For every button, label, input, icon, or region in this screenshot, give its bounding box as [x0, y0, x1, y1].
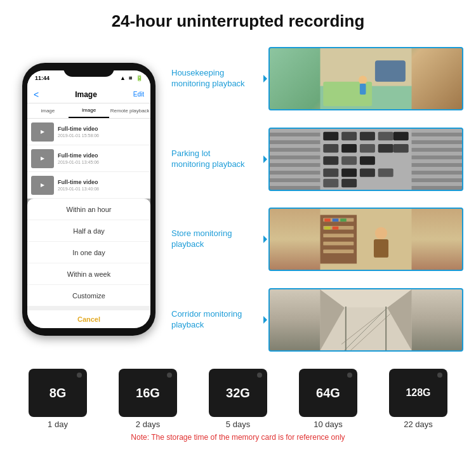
video-item-3[interactable]: Full-time video 2019-01-01 13:40:08 [27, 172, 150, 199]
sd-card-size-4: 64G [316, 386, 340, 400]
dropdown-item-4[interactable]: Within a week [27, 263, 150, 285]
storage-note: Note: The storage time of the memory car… [13, 433, 463, 442]
video-thumb-1 [31, 122, 54, 142]
monitor-row-4: Corridor monitoringplayback [171, 285, 463, 355]
dropdown-cancel[interactable]: Cancel [27, 307, 150, 328]
monitor-text-3: Store monitoringplayback [171, 228, 263, 250]
dropdown-menu: Within an hour Half a day In one day Wit… [27, 199, 150, 328]
svg-point-4 [359, 76, 367, 84]
svg-rect-30 [323, 234, 354, 238]
sd-cards-row: 8G 1 day 16G 2 days 32G 5 days 64G 10 da… [13, 369, 463, 429]
video-info-3: Full-time video 2019-01-01 13:40:08 [58, 179, 147, 191]
svg-rect-38 [324, 227, 331, 230]
tab-image-2[interactable]: Image [69, 103, 110, 118]
sd-card-item-1: 8G 1 day [29, 369, 87, 429]
monitor-text-1: Housekeepingmonitoring playback [171, 68, 263, 89]
sd-card-size-2: 16G [136, 386, 160, 400]
svg-rect-5 [360, 84, 366, 95]
sd-card-item-3: 32G 5 days [209, 369, 267, 429]
svg-rect-21 [341, 168, 357, 176]
status-icons: ▲ ◾ 🔋 [120, 75, 143, 81]
svg-rect-23 [378, 168, 393, 176]
video-thumb-2 [31, 149, 54, 168]
sd-card-size-3: 32G [226, 386, 250, 400]
main-content: 11:44 ▲ ◾ 🔋 < Image Edit image Image [0, 37, 476, 361]
monitor-text-4: Corridor monitoringplayback [171, 309, 263, 331]
monitor-row-1: Housekeepingmonitoring playback [171, 44, 463, 114]
monitor-row-2: Parking lotmonitoring playback [171, 124, 463, 194]
svg-rect-37 [340, 219, 347, 222]
svg-point-33 [375, 227, 387, 239]
phone-section: 11:44 ▲ ◾ 🔋 < Image Edit image Image [13, 37, 165, 361]
svg-rect-18 [341, 156, 357, 164]
monitor-label-1: Housekeepingmonitoring playback [171, 68, 263, 89]
monitor-image-4 [268, 288, 463, 352]
svg-rect-27 [321, 215, 357, 264]
monitor-image-1 [268, 47, 463, 110]
sd-card-size-1: 8G [50, 386, 67, 400]
video-thumb-3 [31, 176, 54, 195]
phone-notch [63, 63, 114, 77]
nav-edit-button[interactable]: Edit [133, 91, 144, 98]
phone-screen: 11:44 ▲ ◾ 🔋 < Image Edit image Image [27, 70, 150, 328]
nav-title: Image [75, 90, 97, 99]
sd-card-item-4: 64G 10 days [299, 369, 357, 429]
store-svg [270, 209, 462, 270]
svg-rect-12 [323, 144, 338, 152]
svg-rect-8 [341, 131, 357, 140]
status-time: 11:44 [35, 75, 50, 81]
video-title-3: Full-time video [58, 179, 147, 185]
tab-image-1[interactable]: image [27, 103, 69, 118]
sd-days-4: 10 days [314, 420, 343, 429]
sd-days-3: 5 days [226, 420, 250, 429]
monitor-label-2: Parking lotmonitoring playback [171, 149, 263, 170]
sd-card-128g: 128G [389, 369, 447, 417]
svg-rect-13 [341, 144, 357, 152]
svg-rect-25 [341, 178, 357, 187]
monitor-text-2: Parking lotmonitoring playback [171, 149, 263, 170]
tab-remote-playback[interactable]: Remote playback [109, 103, 150, 118]
svg-rect-31 [323, 242, 354, 246]
monitor-row-3: Store monitoringplayback [171, 204, 463, 274]
page-title: 24-hour uninterrupted recording [13, 11, 463, 31]
nav-bar: < Image Edit [27, 86, 150, 103]
sd-card-8g: 8G [29, 369, 87, 417]
dropdown-item-5[interactable]: Customize [27, 285, 150, 307]
page-header: 24-hour uninterrupted recording [0, 0, 476, 37]
sd-card-item-2: 16G 2 days [119, 369, 177, 429]
video-date-3: 2019-01-01 13:40:08 [58, 187, 147, 191]
tab-row: image Image Remote playback [27, 103, 150, 119]
svg-rect-9 [360, 131, 375, 140]
sd-card-64g: 64G [299, 369, 357, 417]
video-item-1[interactable]: Full-time video 2019-01-01 15:58:06 [27, 119, 150, 145]
video-item-2[interactable]: Full-time video 2019-01-01 13:45:06 [27, 145, 150, 172]
nav-back-button[interactable]: < [34, 89, 39, 100]
monitor-image-2 [268, 128, 463, 191]
video-info-2: Full-time video 2019-01-01 13:45:06 [58, 152, 147, 164]
monitoring-section: Housekeepingmonitoring playback [171, 37, 463, 361]
video-title-2: Full-time video [58, 152, 147, 159]
dropdown-item-2[interactable]: Half a day [27, 220, 150, 242]
corridor-svg [270, 289, 462, 350]
svg-rect-16 [393, 144, 409, 152]
dropdown-item-3[interactable]: In one day [27, 242, 150, 263]
sd-card-item-5: 128G 22 days [389, 369, 447, 429]
svg-rect-10 [378, 131, 393, 140]
sd-days-2: 2 days [136, 420, 160, 429]
svg-rect-22 [360, 168, 375, 176]
parking-svg [270, 129, 462, 190]
dropdown-item-1[interactable]: Within an hour [27, 199, 150, 220]
sd-days-1: 1 day [48, 420, 68, 429]
svg-rect-14 [360, 144, 375, 152]
monitor-label-4: Corridor monitoringplayback [171, 309, 263, 331]
housekeeping-svg [270, 48, 462, 109]
storage-section: 8G 1 day 16G 2 days 32G 5 days 64G 10 da… [0, 361, 476, 447]
video-date-2: 2019-01-01 13:45:06 [58, 160, 147, 164]
sd-card-16g: 16G [119, 369, 177, 417]
svg-rect-15 [378, 144, 393, 152]
svg-rect-35 [324, 219, 331, 222]
sd-card-32g: 32G [209, 369, 267, 417]
svg-rect-24 [323, 178, 338, 187]
sd-days-5: 22 days [404, 420, 433, 429]
sd-card-size-5: 128G [406, 387, 430, 399]
